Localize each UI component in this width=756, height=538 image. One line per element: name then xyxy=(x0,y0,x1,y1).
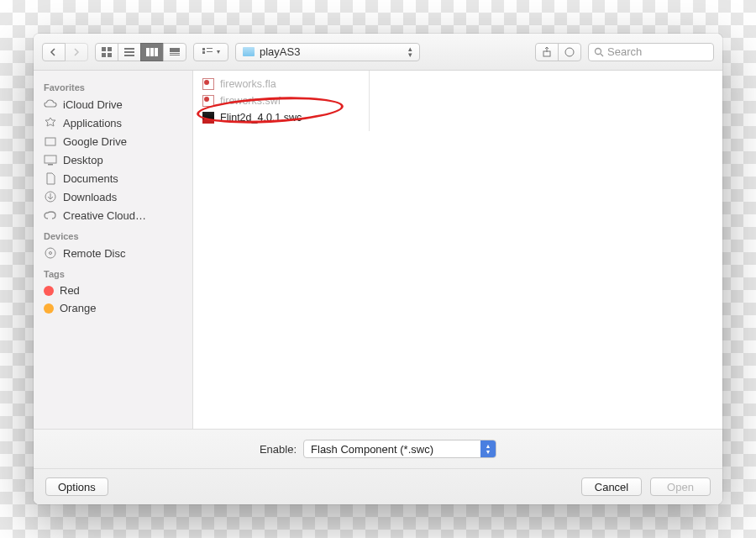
sidebar-item-label: iCloud Drive xyxy=(63,98,123,111)
sidebar-item-label: Orange xyxy=(60,302,96,314)
sidebar-item-remote-disc[interactable]: Remote Disc xyxy=(34,244,192,262)
svg-point-25 xyxy=(45,248,55,258)
svg-rect-1 xyxy=(108,47,112,51)
sidebar-header-devices: Devices xyxy=(34,224,192,244)
sidebar-item-label: Google Drive xyxy=(63,135,127,148)
fla-file-icon xyxy=(202,77,215,91)
chevron-right-icon xyxy=(72,48,81,56)
downloads-icon xyxy=(44,190,57,203)
drive-icon xyxy=(44,134,57,148)
sidebar-tag-red[interactable]: Red xyxy=(34,282,192,299)
browser-body: Favorites iCloud Drive Applications Goog… xyxy=(34,71,722,429)
svg-rect-14 xyxy=(202,51,205,54)
forward-button[interactable] xyxy=(65,43,88,61)
chevron-left-icon xyxy=(50,48,58,56)
sidebar-item-applications[interactable]: Applications xyxy=(34,113,192,132)
tag-icon xyxy=(564,47,575,57)
sidebar-item-creative-cloud[interactable]: Creative Cloud… xyxy=(34,206,192,224)
disc-icon xyxy=(44,246,57,260)
svg-rect-16 xyxy=(207,51,213,52)
search-icon xyxy=(594,47,604,57)
share-icon xyxy=(542,47,552,57)
nav-buttons xyxy=(42,43,88,61)
path-popup[interactable]: playAS3 ▴▾ xyxy=(235,43,420,61)
cloud-icon xyxy=(44,98,57,111)
file-column: fireworks.fla fireworks.swf Flint2d_4.0.… xyxy=(193,71,370,429)
view-mode-buttons xyxy=(95,43,186,61)
file-row[interactable]: fireworks.swf xyxy=(193,92,369,109)
sidebar-item-label: Applications xyxy=(63,117,122,129)
svg-rect-11 xyxy=(170,53,180,54)
svg-rect-13 xyxy=(202,48,205,50)
arrange-button[interactable]: ▾ xyxy=(193,43,228,61)
file-name: fireworks.fla xyxy=(220,78,276,90)
cancel-button[interactable]: Cancel xyxy=(581,477,642,496)
svg-point-26 xyxy=(50,252,52,255)
sidebar-item-label: Downloads xyxy=(63,191,117,203)
open-button[interactable]: Open xyxy=(650,477,711,496)
svg-rect-0 xyxy=(102,47,106,51)
list-icon xyxy=(124,47,134,57)
sidebar-item-google-drive[interactable]: Google Drive xyxy=(34,132,192,150)
svg-line-20 xyxy=(601,54,603,56)
svg-rect-21 xyxy=(45,138,55,145)
enable-value: Flash Component (*.swc) xyxy=(311,443,480,456)
sidebar-item-label: Desktop xyxy=(63,154,103,166)
coverflow-icon xyxy=(170,48,180,56)
bottom-bar: Enable: Flash Component (*.swc) ▴▾ Optio… xyxy=(34,429,722,504)
action-row: Options Cancel Open xyxy=(34,469,722,504)
svg-rect-12 xyxy=(170,55,180,55)
list-view-button[interactable] xyxy=(118,43,141,61)
sidebar-header-favorites: Favorites xyxy=(34,76,192,95)
svg-rect-8 xyxy=(150,48,154,56)
sidebar-item-label: Remote Disc xyxy=(63,247,125,260)
svg-rect-3 xyxy=(108,53,112,57)
svg-rect-7 xyxy=(146,48,150,56)
svg-rect-5 xyxy=(124,51,134,53)
creative-cloud-icon xyxy=(44,208,57,222)
sidebar-header-tags: Tags xyxy=(34,262,192,282)
file-row[interactable]: fireworks.fla xyxy=(193,76,369,92)
svg-rect-23 xyxy=(48,164,53,166)
file-name: fireworks.swf xyxy=(220,95,281,107)
sidebar-item-documents[interactable]: Documents xyxy=(34,169,192,187)
svg-rect-22 xyxy=(45,156,56,163)
detail-pane xyxy=(370,71,722,429)
svg-rect-9 xyxy=(155,48,158,56)
grid-icon xyxy=(102,47,112,57)
search-placeholder: Search xyxy=(607,45,642,58)
updown-icon: ▴▾ xyxy=(408,46,412,58)
icon-view-button[interactable] xyxy=(95,43,118,61)
tag-dot-icon xyxy=(44,286,54,296)
tags-button[interactable] xyxy=(558,43,581,61)
sidebar-tag-orange[interactable]: Orange xyxy=(34,299,192,317)
svg-rect-15 xyxy=(207,48,213,49)
enable-select[interactable]: Flash Component (*.swc) ▴▾ xyxy=(303,440,496,458)
share-buttons xyxy=(535,43,581,61)
swc-file-icon xyxy=(202,111,215,124)
svg-rect-4 xyxy=(124,48,134,50)
enable-row: Enable: Flash Component (*.swc) ▴▾ xyxy=(34,430,722,469)
apps-icon xyxy=(44,116,57,129)
sidebar-item-icloud[interactable]: iCloud Drive xyxy=(34,95,192,113)
svg-point-18 xyxy=(565,48,574,56)
search-field[interactable]: Search xyxy=(588,43,714,61)
sidebar-item-label: Red xyxy=(60,284,80,297)
share-button[interactable] xyxy=(535,43,559,61)
path-label: playAS3 xyxy=(260,45,300,58)
back-button[interactable] xyxy=(42,43,66,61)
arrange-icon xyxy=(202,48,214,56)
documents-icon xyxy=(44,171,57,185)
folder-icon xyxy=(243,47,255,56)
column-view-button[interactable] xyxy=(140,43,164,61)
file-name: Flint2d_4.0.1.swc xyxy=(220,112,302,124)
file-row[interactable]: Flint2d_4.0.1.swc xyxy=(193,109,369,126)
sidebar-item-downloads[interactable]: Downloads xyxy=(34,187,192,206)
coverflow-view-button[interactable] xyxy=(163,43,186,61)
sidebar-item-desktop[interactable]: Desktop xyxy=(34,150,192,169)
svg-rect-6 xyxy=(124,55,134,56)
options-button[interactable]: Options xyxy=(45,477,108,496)
swf-file-icon xyxy=(202,94,215,108)
sidebar: Favorites iCloud Drive Applications Goog… xyxy=(34,71,193,429)
columns-icon xyxy=(146,48,158,56)
